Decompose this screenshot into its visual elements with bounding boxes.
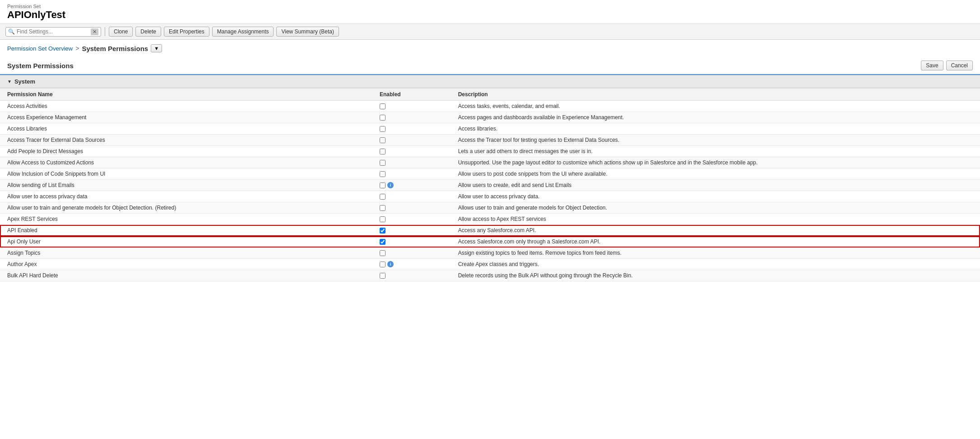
search-clear-button[interactable]: ✕ [91,28,98,35]
permission-name: Add People to Direct Messages [0,146,372,157]
permission-description: Allow user to access privacy data. [451,191,980,202]
permission-checkbox[interactable] [380,115,385,121]
permission-checkbox[interactable] [380,171,385,177]
checkbox-wrapper [380,103,444,109]
permission-name: Assign Topics [0,248,372,259]
permission-description: Delete records using the Bulk API withou… [451,270,980,281]
permission-description: Allow users to create, edit and send Lis… [451,180,980,191]
permission-name: Allow Access to Customized Actions [0,157,372,168]
view-summary-button[interactable]: View Summary (Beta) [276,27,339,37]
permission-name: Author Apex [0,259,372,270]
checkbox-wrapper [380,250,444,256]
table-row: Allow user to train and generate models … [0,202,980,214]
checkbox-wrapper [380,216,444,222]
permission-checkbox[interactable] [380,262,385,267]
table-row: Access ActivitiesAccess tasks, events, c… [0,101,980,112]
permissions-table: Permission Name Enabled Description Acce… [0,88,980,281]
permission-enabled-cell [372,168,451,180]
checkbox-wrapper: i [380,261,444,267]
permission-description: Access pages and dashboards available in… [451,112,980,123]
permission-name: Access Libraries [0,123,372,135]
table-row: Access Tracer for External Data SourcesA… [0,135,980,146]
permission-name: Api Only User [0,236,372,248]
section-title: System Permissions [7,62,74,70]
permission-name: Allow sending of List Emails [0,180,372,191]
table-row: Allow sending of List EmailsiAllow users… [0,180,980,191]
table-row: Add People to Direct MessagesLets a user… [0,146,980,157]
permission-checkbox[interactable] [380,194,385,200]
manage-assignments-button[interactable]: Manage Assignments [212,27,274,37]
save-button[interactable]: Save [921,61,943,70]
permission-checkbox[interactable] [380,160,385,166]
permission-enabled-cell [372,135,451,146]
table-row: Allow Inclusion of Code Snippets from UI… [0,168,980,180]
permission-description: Allow users to post code snippets from t… [451,168,980,180]
permission-checkbox[interactable] [380,228,385,234]
checkbox-wrapper [380,115,444,121]
collapse-icon[interactable]: ▼ [7,79,12,84]
page-header: Permission Set APIOnlyTest [0,0,980,24]
delete-button[interactable]: Delete [135,27,161,37]
permission-checkbox[interactable] [380,137,385,143]
permission-description: Access libraries. [451,123,980,135]
permission-name: Apex REST Services [0,214,372,225]
section-actions: Save Cancel [921,61,973,70]
breadcrumb-separator: > [75,45,79,52]
permission-checkbox[interactable] [380,182,385,188]
permission-checkbox[interactable] [380,126,385,132]
breadcrumb-dropdown-button[interactable]: ▼ [151,44,162,52]
permission-description: Unsupported. Use the page layout editor … [451,157,980,168]
table-row: API EnabledAccess any Salesforce.com API… [0,225,980,236]
info-icon[interactable]: i [387,182,394,188]
permission-name: Access Experience Management [0,112,372,123]
permission-name: Access Tracer for External Data Sources [0,135,372,146]
permission-description: Access tasks, events, calendar, and emai… [451,101,980,112]
permission-checkbox[interactable] [380,216,385,222]
info-icon[interactable]: i [387,261,394,267]
permission-name: Access Activities [0,101,372,112]
permission-enabled-cell: i [372,259,451,270]
cancel-button[interactable]: Cancel [946,61,973,70]
col-header-desc: Description [451,89,980,101]
permission-enabled-cell [372,123,451,135]
breadcrumb-parent-link[interactable]: Permission Set Overview [7,45,73,52]
permission-enabled-cell [372,191,451,202]
permission-enabled-cell [372,225,451,236]
checkbox-wrapper [380,205,444,211]
permission-enabled-cell [372,236,451,248]
breadcrumb: Permission Set Overview > System Permiss… [0,40,980,57]
checkbox-wrapper [380,171,444,177]
clone-button[interactable]: Clone [109,27,133,37]
permission-enabled-cell [372,112,451,123]
permission-description: Access any Salesforce.com API. [451,225,980,236]
permission-checkbox[interactable] [380,273,385,279]
permission-description: Allows user to train and generate models… [451,202,980,214]
permission-enabled-cell [372,270,451,281]
permission-enabled-cell [372,214,451,225]
checkbox-wrapper: i [380,182,444,188]
edit-properties-button[interactable]: Edit Properties [164,27,209,37]
table-row: Access Experience ManagementAccess pages… [0,112,980,123]
section-group-header: ▼ System [0,75,980,88]
checkbox-wrapper [380,239,444,245]
permission-checkbox[interactable] [380,103,385,109]
checkbox-wrapper [380,273,444,279]
search-input[interactable] [17,28,89,35]
permission-checkbox[interactable] [380,149,385,154]
permission-description: Allow access to Apex REST services [451,214,980,225]
permission-description: Assign existing topics to feed items. Re… [451,248,980,259]
table-row: Apex REST ServicesAllow access to Apex R… [0,214,980,225]
permission-description: Create Apex classes and triggers. [451,259,980,270]
permission-checkbox[interactable] [380,239,385,245]
permission-name: Allow Inclusion of Code Snippets from UI [0,168,372,180]
toolbar: 🔍 ✕ Clone Delete Edit Properties Manage … [0,24,980,40]
checkbox-wrapper [380,149,444,154]
permission-enabled-cell [372,101,451,112]
permission-checkbox[interactable] [380,250,385,256]
permission-description: Access Salesforce.com only through a Sal… [451,236,980,248]
table-row: Allow user to access privacy dataAllow u… [0,191,980,202]
permission-checkbox[interactable] [380,205,385,211]
permission-name: Allow user to train and generate models … [0,202,372,214]
table-row: Bulk API Hard DeleteDelete records using… [0,270,980,281]
table-row: Author ApexiCreate Apex classes and trig… [0,259,980,270]
